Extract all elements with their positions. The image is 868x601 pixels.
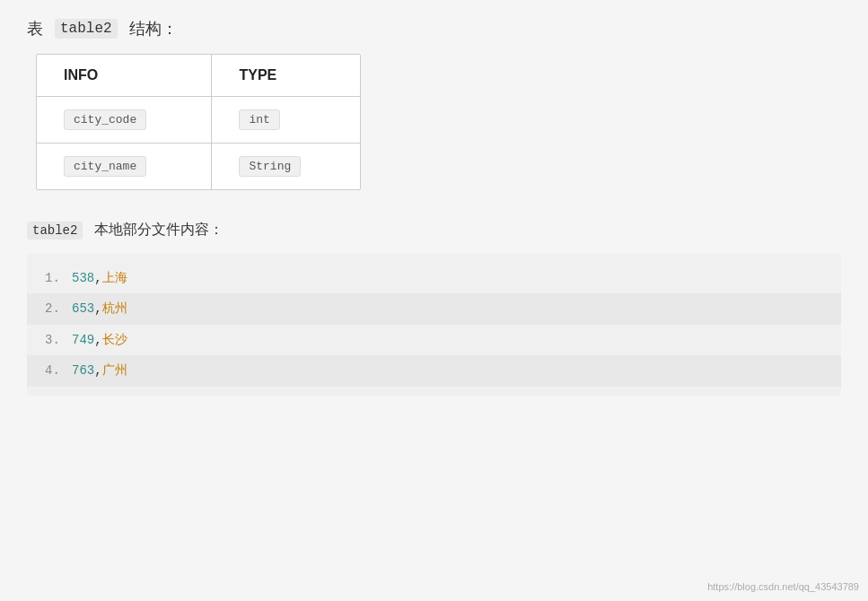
- num-value-1: 538: [72, 271, 94, 285]
- str-value-4: 广州: [102, 363, 127, 378]
- line-content-3: 749,长沙: [72, 330, 127, 350]
- str-value-1: 上海: [102, 271, 127, 285]
- cell-type-2: String: [212, 144, 360, 190]
- str-value-3: 长沙: [102, 333, 127, 347]
- table-row: city_name String: [37, 144, 360, 190]
- line-number-3: 3.: [45, 330, 72, 350]
- str-value-2: 杭州: [102, 301, 127, 316]
- comma-2: ,: [94, 301, 101, 316]
- info-tag-2: city_name: [64, 156, 146, 177]
- section2-table-code: table2: [27, 222, 83, 240]
- cell-type-1: int: [212, 97, 360, 144]
- list-item: 1. 538,上海: [45, 263, 823, 293]
- line-number-2: 2.: [45, 299, 72, 318]
- table-row: city_code int: [37, 97, 360, 144]
- type-tag-1: int: [239, 109, 279, 130]
- header-type: TYPE: [212, 55, 360, 97]
- list-item: 3. 749,长沙: [45, 325, 823, 355]
- section2-title: table2 本地部分文件内容：: [27, 221, 841, 240]
- info-tag-1: city_code: [64, 109, 146, 130]
- section2-suffix: 本地部分文件内容：: [94, 221, 224, 240]
- cell-info-2: city_name: [37, 144, 212, 190]
- num-value-4: 763: [72, 363, 94, 378]
- structure-table: INFO TYPE city_code int city_name: [37, 55, 360, 189]
- table-structure: INFO TYPE city_code int city_name: [36, 54, 361, 190]
- num-value-2: 653: [72, 301, 94, 316]
- watermark: https://blog.csdn.net/qq_43543789: [707, 581, 859, 592]
- page-container: 表 table2 结构： INFO TYPE city_code int: [27, 18, 841, 396]
- header-info: INFO: [37, 55, 212, 97]
- title-suffix: 结构：: [129, 18, 178, 39]
- comma-1: ,: [94, 271, 101, 285]
- title-prefix: 表: [27, 18, 43, 39]
- comma-3: ,: [94, 333, 101, 347]
- cell-info-1: city_code: [37, 97, 212, 144]
- line-content-2: 653,杭州: [72, 299, 127, 318]
- type-tag-2: String: [239, 156, 301, 177]
- line-number-4: 4.: [45, 361, 72, 380]
- num-value-3: 749: [72, 333, 94, 347]
- list-item: 2. 653,杭州: [27, 293, 841, 324]
- line-number-1: 1.: [45, 268, 72, 288]
- list-item: 4. 763,广州: [27, 355, 841, 386]
- comma-4: ,: [94, 363, 101, 378]
- line-content-4: 763,广州: [72, 361, 127, 380]
- code-block: 1. 538,上海 2. 653,杭州 3. 749,长沙 4. 763,广州: [27, 254, 841, 396]
- line-content-1: 538,上海: [72, 268, 127, 288]
- title-table-code: table2: [55, 19, 118, 39]
- table-header-row: INFO TYPE: [37, 55, 360, 97]
- section1-title: 表 table2 结构：: [27, 18, 841, 39]
